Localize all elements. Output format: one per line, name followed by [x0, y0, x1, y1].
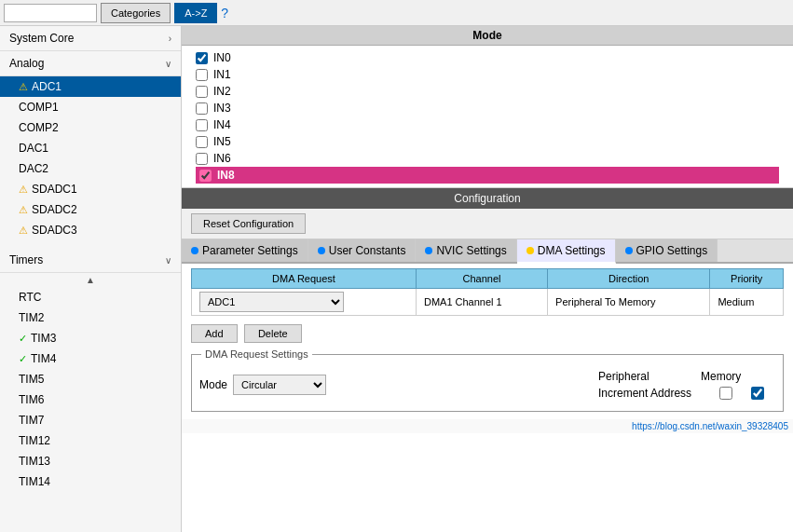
mode-item-in6: IN6 — [196, 150, 779, 167]
mode-select[interactable]: Circular Normal — [233, 375, 326, 395]
dma-channel-cell: DMA1 Channel 1 — [416, 289, 547, 316]
sidebar-item-tim3[interactable]: ✓ TIM3 — [0, 328, 181, 348]
sidebar-item-timers[interactable]: Timers ∨ — [0, 248, 181, 273]
sidebar-item-tim5[interactable]: TIM5 — [0, 369, 181, 389]
reset-config-button[interactable]: Reset Configuration — [191, 213, 306, 234]
scroll-up-btn[interactable]: ▲ — [0, 273, 181, 287]
chevron-down-icon: ∨ — [165, 59, 171, 69]
tab-label: GPIO Settings — [636, 244, 708, 257]
in2-label: IN2 — [213, 85, 231, 98]
add-button[interactable]: Add — [191, 324, 238, 343]
mode-item-in0: IN0 — [196, 49, 779, 66]
memory-header: Memory — [701, 370, 775, 383]
tab-dot — [425, 247, 432, 254]
sidebar-group-label: Analog — [9, 57, 44, 70]
in6-checkbox[interactable] — [196, 153, 208, 165]
sidebar-item-dac1[interactable]: DAC1 — [0, 138, 181, 158]
in3-checkbox[interactable] — [196, 102, 208, 115]
sidebar-item-tim14[interactable]: TIM14 — [0, 471, 181, 492]
sidebar-item-dac2[interactable]: DAC2 — [0, 158, 181, 179]
bottom-link: https://blog.csdn.net/waxin_39328405 — [182, 419, 793, 433]
sidebar-item-label: DAC1 — [19, 142, 48, 155]
chevron-down-icon: ∨ — [165, 255, 171, 266]
sidebar-item-label: TIM4 — [31, 352, 56, 365]
peripheral-checkbox[interactable] — [719, 387, 732, 400]
tab-categories[interactable]: Categories — [101, 3, 171, 23]
pm-headers: Peripheral Memory — [598, 370, 775, 383]
sidebar-item-comp1[interactable]: COMP1 — [0, 97, 181, 117]
tab-dma-settings[interactable]: DMA Settings — [517, 239, 616, 264]
tab-dot — [625, 247, 633, 254]
in1-checkbox[interactable] — [196, 69, 208, 81]
sidebar-item-sdadc2[interactable]: ⚠ SDADC2 — [0, 199, 181, 220]
mode-header: Mode — [182, 26, 793, 46]
mode-item-in3: IN3 — [196, 100, 779, 116]
sidebar-item-label: TIM3 — [31, 332, 56, 345]
table-row[interactable]: ADC1 DMA1 Channel 1 Peripheral To Memory… — [192, 289, 784, 316]
sidebar-item-label: SDADC3 — [32, 224, 77, 237]
tab-label: User Constants — [329, 244, 406, 257]
increment-checkboxes: Increment Address — [598, 387, 764, 400]
warn-icon: ⚠ — [19, 204, 28, 216]
tab-gpio-settings[interactable]: GPIO Settings — [616, 239, 718, 262]
peripheral-header: Peripheral — [598, 370, 673, 383]
in8-label: IN8 — [217, 169, 235, 182]
increment-label: Increment Address — [598, 387, 691, 400]
warn-icon: ⚠ — [19, 225, 28, 237]
sidebar-item-rtc[interactable]: RTC — [0, 287, 181, 307]
in1-label: IN1 — [213, 68, 231, 81]
dma-request-select[interactable]: ADC1 — [199, 292, 344, 312]
sidebar-item-tim4[interactable]: ✓ TIM4 — [0, 348, 181, 369]
dma-direction-cell: Peripheral To Memory — [548, 289, 710, 316]
dma-table: DMA Request Channel Direction Priority A… — [191, 268, 784, 316]
tab-label: NVIC Settings — [436, 244, 506, 257]
chevron-right-icon: › — [169, 34, 171, 44]
warn-icon: ⚠ — [19, 184, 28, 196]
sidebar-item-sdadc1[interactable]: ⚠ SDADC1 — [0, 179, 181, 199]
tab-az[interactable]: A->Z — [174, 3, 217, 23]
sidebar-item-comp2[interactable]: COMP2 — [0, 117, 181, 138]
sidebar-item-label: RTC — [19, 291, 41, 304]
warn-icon: ⚠ — [19, 81, 28, 93]
sidebar-item-tim13[interactable]: TIM13 — [0, 451, 181, 471]
in4-checkbox[interactable] — [196, 119, 208, 131]
sidebar-item-label: TIM5 — [19, 373, 44, 386]
dma-table-header-direction: Direction — [548, 269, 710, 289]
mode-item-in1: IN1 — [196, 66, 779, 83]
memory-checkbox[interactable] — [751, 387, 764, 400]
tab-nvic-settings[interactable]: NVIC Settings — [416, 239, 516, 262]
config-tabs: Parameter Settings User Constants NVIC S… — [182, 239, 793, 264]
sidebar-item-tim6[interactable]: TIM6 — [0, 389, 181, 410]
delete-button[interactable]: Delete — [244, 324, 302, 343]
search-input[interactable] — [4, 4, 97, 22]
sidebar-item-analog[interactable]: Analog ∨ — [0, 51, 181, 76]
top-bar: Categories A->Z ? — [0, 0, 793, 26]
sidebar-group-label: System Core — [9, 32, 74, 45]
mode-item-in2: IN2 — [196, 83, 779, 100]
in3-label: IN3 — [213, 102, 231, 115]
sidebar-item-label: SDADC1 — [32, 183, 77, 196]
sidebar-item-tim2[interactable]: TIM2 — [0, 307, 181, 328]
sidebar-item-sdadc3[interactable]: ⚠ SDADC3 — [0, 220, 181, 240]
sidebar-item-tim12[interactable]: TIM12 — [0, 430, 181, 451]
timer-items: RTC TIM2 ✓ TIM3 ✓ TIM4 TIM5 TIM6 TIM7 — [0, 287, 181, 492]
in4-label: IN4 — [213, 118, 231, 131]
in5-checkbox[interactable] — [196, 136, 208, 148]
in2-checkbox[interactable] — [196, 86, 208, 98]
sidebar-item-adc1[interactable]: ⚠ ADC1 — [0, 76, 181, 97]
sidebar-item-label: TIM13 — [19, 455, 50, 468]
sidebar-item-system-core[interactable]: System Core › — [0, 26, 181, 51]
help-icon[interactable]: ? — [221, 6, 236, 20]
in6-label: IN6 — [213, 152, 231, 165]
content-area: Mode IN0 IN1 IN2 IN3 IN4 — [182, 26, 793, 532]
in0-checkbox[interactable] — [196, 52, 208, 64]
in8-checkbox[interactable] — [199, 170, 212, 182]
tab-dot — [318, 247, 325, 254]
mode-select-label: Mode — [199, 378, 227, 391]
sidebar-item-tim7[interactable]: TIM7 — [0, 410, 181, 430]
tab-parameter-settings[interactable]: Parameter Settings — [182, 239, 308, 262]
tab-dot — [526, 247, 534, 254]
increment-group: Peripheral Memory Increment Address — [598, 370, 775, 400]
tab-label: DMA Settings — [538, 244, 606, 257]
tab-user-constants[interactable]: User Constants — [308, 239, 417, 262]
